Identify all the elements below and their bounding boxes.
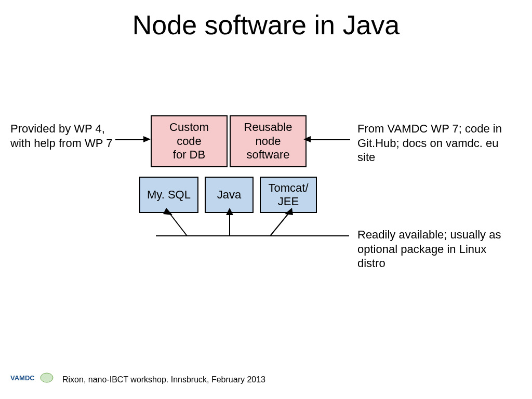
svg-point-8 [41, 373, 53, 382]
vamdc-logo: VAMDC [9, 370, 55, 388]
svg-text:VAMDC: VAMDC [10, 374, 35, 382]
box-mysql: My. SQL [139, 177, 198, 213]
slide-title: Node software in Java [0, 9, 532, 41]
right-annotation: From VAMDC WP 7; code in Git.Hub; docs o… [357, 122, 518, 165]
svg-line-0 [169, 213, 187, 236]
arrow-right-to-reusable-head [303, 136, 311, 142]
box-tomcat: Tomcat/ JEE [260, 177, 317, 213]
arrow-right-to-reusable [310, 139, 350, 140]
arrow-left-to-custom [115, 139, 144, 140]
svg-line-2 [270, 213, 289, 236]
box-custom-code: Custom code for DB [151, 115, 228, 167]
box-reusable-node: Reusable node software [230, 115, 307, 167]
left-annotation: Provided by WP 4, with help from WP 7 [10, 122, 119, 150]
arrow-left-to-custom-head [143, 136, 151, 142]
box-java: Java [205, 177, 254, 213]
footer-text: Rixon, nano-IBCT workshop. Innsbruck, Fe… [62, 375, 265, 384]
readily-annotation: Readily available; usually as optional p… [357, 228, 508, 271]
